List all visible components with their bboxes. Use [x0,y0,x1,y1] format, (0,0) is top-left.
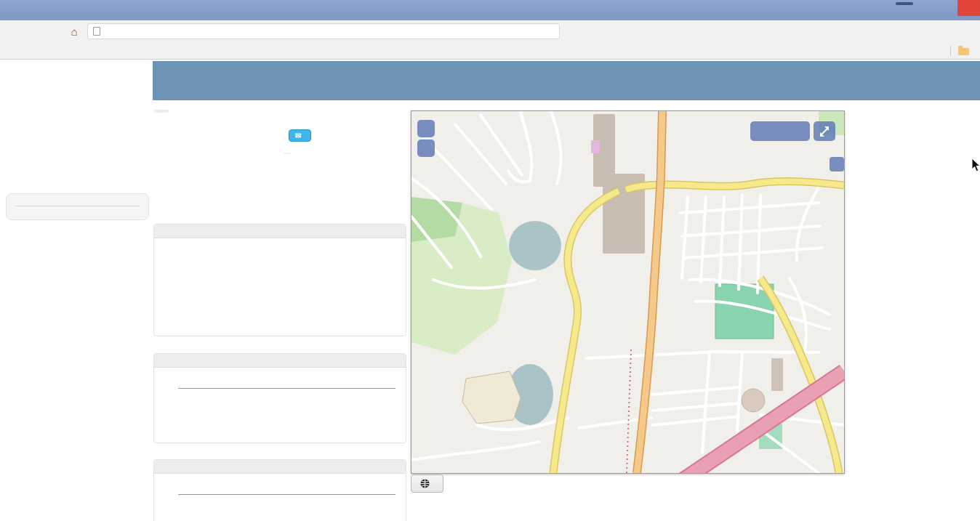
map-stadium [742,389,765,412]
map-add-button[interactable] [830,157,844,171]
minimize-button[interactable] [914,0,936,16]
location-group [273,148,284,150]
window-controls [914,0,980,16]
detail-row-created [153,156,409,159]
node-header [153,61,980,100]
profile-chip[interactable] [896,2,913,5]
node-map[interactable] [411,110,845,474]
location-value [273,144,284,147]
map-zoom-out-button[interactable] [417,140,435,157]
ipv6-networks-panel [153,459,406,521]
status-badge [154,110,169,113]
statistics-title [15,201,140,206]
other-bookmarks-folder[interactable] [958,46,973,55]
ipv6-networks-title [154,460,406,474]
home-icon[interactable]: ⌂ [67,25,81,38]
maximize-button[interactable] [936,0,957,16]
bookmarks-right [943,46,973,56]
ip-c-classes-header-row [178,382,395,389]
detail-row-coords [153,151,409,156]
contact-button[interactable]: ✉ [289,129,311,142]
los-tools-body [154,238,406,258]
ip-c-classes-panel [153,353,406,443]
created-label [153,156,273,159]
due-date-value [273,160,284,163]
detail-row-location [153,144,409,147]
mouse-cursor [971,158,980,172]
bookmarks-bar [0,42,980,60]
location-label [153,144,273,147]
divider [950,46,951,56]
detail-row-location2 [153,148,409,150]
map-fullscreen-button[interactable] [814,121,835,141]
window-titlebar [0,0,980,20]
folder-icon [958,48,969,55]
ip-c-classes-title [154,354,406,368]
ipv6-networks-header-row [178,488,395,495]
map-zoom-in-button[interactable] [417,120,435,137]
los-tools-title [154,225,406,238]
detail-row-administrator: ✉ [153,128,409,143]
created-value [273,156,284,159]
due-date-label [153,160,273,163]
map-pond [509,221,561,270]
map-pin-legend[interactable] [750,121,810,141]
statistics-card [6,193,149,220]
map-building [591,140,600,153]
expand-arrows-icon [816,124,832,140]
close-button[interactable] [957,0,980,16]
map-canvas[interactable] [411,111,844,473]
map-building [771,358,783,391]
los-tools-panel [153,224,406,336]
administrator-label [153,128,273,131]
gps-coordinates[interactable] [284,153,291,154]
detail-row-due-date [153,160,409,163]
browser-toolbar: ⌂ [0,20,980,42]
envelope-icon: ✉ [295,132,301,140]
address-bar[interactable] [87,23,560,39]
globe-icon [420,479,430,488]
page-security-icon [93,27,100,36]
los-other-nodes-button[interactable] [411,474,443,493]
node-details: ✉ [153,128,409,163]
